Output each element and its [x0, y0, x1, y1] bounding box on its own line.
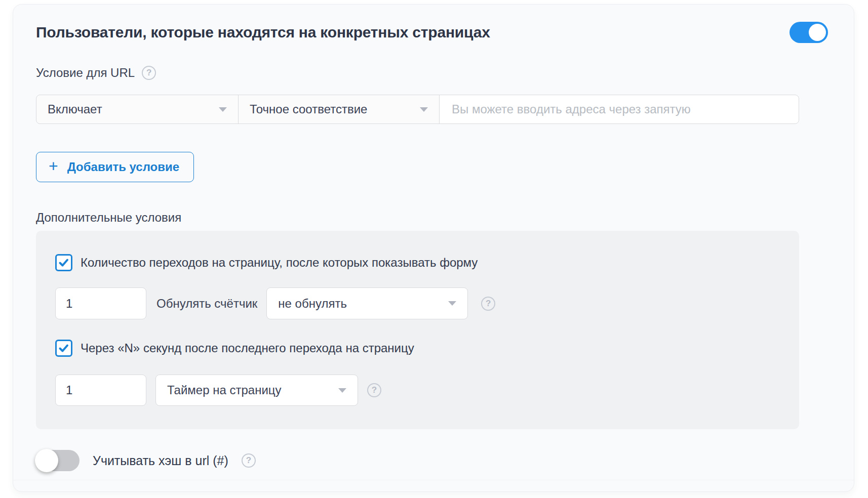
question-mark-glyph: ?: [486, 299, 491, 309]
section-enabled-toggle[interactable]: [790, 22, 828, 43]
timer-help-icon[interactable]: ?: [367, 383, 381, 397]
visits-checkbox-row: Количество переходов на страницу, после …: [55, 254, 780, 271]
timer-type-value: Таймер на страницу: [167, 383, 282, 397]
hash-toggle[interactable]: [36, 450, 80, 471]
hash-label: Учитывать хэш в url (#): [93, 453, 228, 468]
url-condition-row: Включает Точное соответствие: [36, 95, 799, 124]
add-condition-button[interactable]: + Добавить условие: [36, 152, 194, 182]
chevron-down-icon: [420, 107, 428, 112]
url-match-type-select[interactable]: Точное соответствие: [238, 95, 440, 124]
plus-icon: +: [49, 158, 58, 174]
reset-counter-select[interactable]: не обнулять: [266, 287, 468, 319]
url-addresses-input[interactable]: [439, 95, 799, 124]
question-mark-glyph: ?: [246, 455, 251, 466]
card-header: Пользователи, которые находятся на конкр…: [36, 21, 828, 44]
toggle-knob-icon: [809, 24, 826, 41]
reset-counter-value: не обнулять: [278, 297, 347, 311]
page-title: Пользователи, которые находятся на конкр…: [36, 24, 490, 41]
url-operator-value: Включает: [48, 102, 102, 116]
seconds-checkbox-row: Через «N» секунд после последнего перехо…: [55, 340, 780, 357]
hash-setting-row: Учитывать хэш в url (#) ?: [36, 449, 828, 472]
url-condition-label: Условие для URL: [36, 66, 135, 80]
url-condition-label-row: Условие для URL ?: [36, 65, 828, 80]
visits-count-input[interactable]: [55, 287, 146, 319]
visits-controls-row: Обнулять счётчик не обнулять ?: [55, 287, 780, 319]
reset-counter-label: Обнулять счётчик: [156, 297, 257, 311]
chevron-down-icon: [448, 301, 456, 306]
checkmark-icon: [58, 342, 70, 354]
question-mark-glyph: ?: [146, 68, 151, 78]
seconds-checkbox[interactable]: [55, 340, 72, 357]
visits-checkbox-label: Количество переходов на страницу, после …: [81, 256, 478, 270]
chevron-down-icon: [219, 107, 227, 112]
visits-checkbox[interactable]: [55, 254, 72, 271]
hash-help-icon[interactable]: ?: [242, 453, 256, 468]
timer-type-select[interactable]: Таймер на страницу: [155, 375, 358, 406]
add-condition-button-label: Добавить условие: [67, 160, 179, 174]
checkmark-icon: [58, 257, 70, 269]
page-targeting-card: Пользователи, которые находятся на конкр…: [13, 4, 854, 492]
seconds-checkbox-label: Через «N» секунд после последнего перехо…: [81, 341, 414, 355]
seconds-count-input[interactable]: [55, 375, 146, 406]
url-operator-select[interactable]: Включает: [36, 95, 239, 124]
reset-counter-help-icon[interactable]: ?: [481, 297, 495, 311]
additional-conditions-label: Дополнительные условия: [36, 211, 828, 226]
additional-conditions-panel: Количество переходов на страницу, после …: [36, 231, 799, 429]
url-match-type-value: Точное соответствие: [250, 102, 367, 116]
seconds-controls-row: Таймер на страницу ?: [55, 375, 780, 406]
url-condition-help-icon[interactable]: ?: [142, 66, 156, 80]
toggle-knob-icon: [35, 449, 58, 472]
chevron-down-icon: [338, 388, 346, 393]
question-mark-glyph: ?: [372, 385, 377, 395]
